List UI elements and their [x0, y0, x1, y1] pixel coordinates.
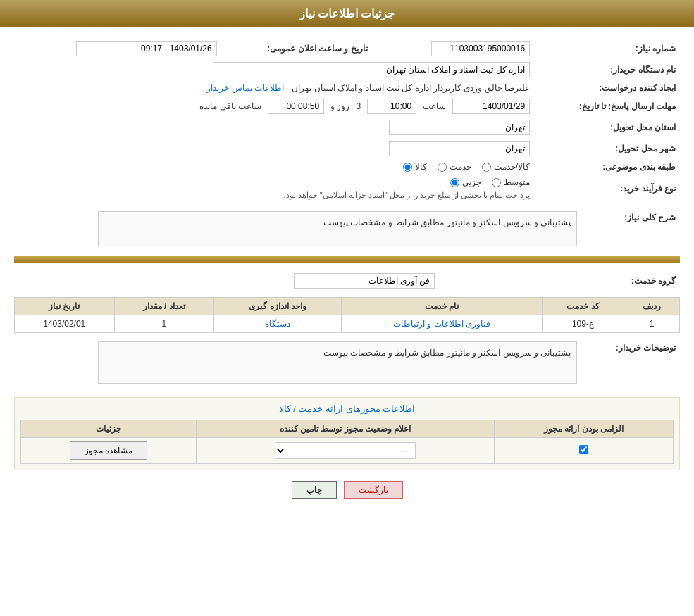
permissions-table: الزامی بودن ارائه مجوز اعلام وضعیت مجوز …	[20, 420, 674, 464]
perm-table-row: -- مشاهده مجوز	[21, 438, 674, 464]
requester-label: ایجاد کننده درخواست:	[534, 80, 680, 96]
need-number-label: شماره نیاز:	[534, 38, 680, 59]
days-remaining-value: 3	[356, 101, 361, 111]
category-label: طبقه بندی موضوعی:	[534, 159, 680, 175]
need-number-input[interactable]	[431, 41, 530, 56]
row-date: 1403/02/01	[15, 315, 115, 333]
category-kala-khedmat-option[interactable]: کالا/خدمت	[482, 162, 530, 172]
row-unit: دستگاه	[213, 315, 341, 333]
row-number: 1	[624, 315, 680, 333]
purchase-type-label: نوع فرآیند خرید:	[534, 175, 680, 203]
purchase-jozi-option[interactable]: جزیی	[450, 177, 481, 187]
table-row: 1 ع-109 فناوری اطلاعات و ارتباطات دستگاه…	[15, 315, 680, 333]
services-col-code: کد خدمت	[542, 298, 624, 315]
services-col-row: ردیف	[624, 298, 680, 315]
perm-details-cell[interactable]: مشاهده مجوز	[21, 438, 197, 464]
purchase-jozi-radio[interactable]	[450, 178, 459, 187]
requester-contact-link[interactable]: اطلاعات تماس خریدار	[206, 83, 284, 93]
print-button[interactable]: چاپ	[292, 481, 337, 499]
buyer-description-box: پشتیبانی و سرویس اسکنر و مانیتور مطابق ش…	[98, 341, 577, 384]
buyer-description-label: توضیحات خریدار:	[581, 339, 680, 386]
category-khedmat-label: خدمت	[450, 162, 471, 172]
buyer-org-input[interactable]	[213, 62, 530, 77]
services-col-name: نام خدمت	[342, 298, 543, 315]
perm-col-mandatory: الزامی بودن ارائه مجوز	[495, 420, 674, 438]
announce-datetime-input[interactable]	[76, 41, 217, 56]
perm-mandatory-cell	[495, 438, 674, 464]
purchase-type-description: پرداخت تمام یا بخشی از مبلغ خریدار از مح…	[284, 191, 531, 199]
row-code: ع-109	[542, 315, 624, 333]
purchase-motevaset-label: متوسط	[504, 177, 530, 187]
services-col-date: تاریخ نیاز	[15, 298, 115, 315]
time-label: ساعت	[423, 101, 446, 111]
send-deadline-label: مهلت ارسال پاسخ: تا تاریخ:	[534, 96, 680, 117]
perm-status-cell: --	[196, 438, 495, 464]
services-col-unit: واحد اندازه گیری	[213, 298, 341, 315]
row-name: فناوری اطلاعات و ارتباطات	[342, 315, 543, 333]
general-description-text: پشتیبانی و سرویس اسکنر و مانیتور مطابق ش…	[323, 218, 571, 227]
buyer-description-text: پشتیبانی و سرویس اسکنر و مانیتور مطابق ش…	[323, 348, 571, 358]
page-header: جزئیات اطلاعات نیاز	[0, 0, 694, 27]
service-group-input[interactable]	[294, 273, 435, 289]
perm-col-status: اعلام وضعیت مجوز توسط تامین کننده	[196, 420, 495, 438]
category-kala-khedmat-radio[interactable]	[482, 163, 491, 172]
category-kala-khedmat-label: کالا/خدمت	[494, 162, 530, 172]
row-quantity: 1	[114, 315, 213, 333]
permissions-title: اطلاعات مجوزهای ارائه خدمت / کالا	[20, 403, 674, 414]
deadline-time-input[interactable]	[367, 99, 416, 114]
needed-services-title	[14, 256, 680, 263]
delivery-province-label: استان محل تحویل:	[534, 117, 680, 138]
general-description-label: شرح کلی نیاز:	[581, 208, 680, 249]
service-name-link[interactable]: فناوری اطلاعات و ارتباطات	[393, 319, 490, 329]
deadline-date-input[interactable]	[452, 99, 530, 114]
category-kala-label: کالا	[415, 162, 427, 172]
service-group-label: گروه خدمت:	[439, 270, 680, 291]
delivery-city-label: شهر محل تحویل:	[534, 138, 680, 159]
services-table: ردیف کد خدمت نام خدمت واحد اندازه گیری ت…	[14, 297, 680, 333]
category-kala-option[interactable]: کالا	[403, 162, 427, 172]
perm-col-details: جزئیات	[21, 420, 197, 438]
view-permit-button[interactable]: مشاهده مجوز	[70, 441, 147, 460]
back-button[interactable]: بازگشت	[344, 481, 403, 499]
unit-link[interactable]: دستگاه	[265, 319, 290, 329]
category-khedmat-radio[interactable]	[438, 163, 447, 172]
delivery-city-input[interactable]	[389, 141, 530, 156]
footer-buttons: بازگشت چاپ	[14, 470, 680, 510]
perm-status-select[interactable]: --	[275, 442, 416, 459]
delivery-province-input[interactable]	[389, 120, 530, 135]
purchase-motevaset-option[interactable]: متوسط	[492, 177, 530, 187]
days-label: روز و	[330, 101, 349, 111]
purchase-jozi-label: جزیی	[462, 177, 481, 187]
announce-datetime-label: تاریخ و ساعت اعلان عمومی:	[221, 38, 372, 59]
services-col-quantity: تعداد / مقدار	[114, 298, 213, 315]
requester-value: علیرضا خالق وردی کاربرداز اداره کل ثبت ا…	[292, 83, 530, 93]
purchase-motevaset-radio[interactable]	[492, 178, 501, 187]
time-remaining-input[interactable]	[268, 99, 324, 114]
category-khedmat-option[interactable]: خدمت	[438, 162, 471, 172]
perm-mandatory-checkbox[interactable]	[579, 445, 588, 454]
general-description-box: پشتیبانی و سرویس اسکنر و مانیتور مطابق ش…	[98, 211, 577, 246]
time-left-label: ساعت باقی مانده	[199, 101, 261, 111]
buyer-org-label: نام دستگاه خریدار:	[534, 59, 680, 80]
header-title: جزئیات اطلاعات نیاز	[299, 8, 395, 20]
category-kala-radio[interactable]	[403, 163, 412, 172]
